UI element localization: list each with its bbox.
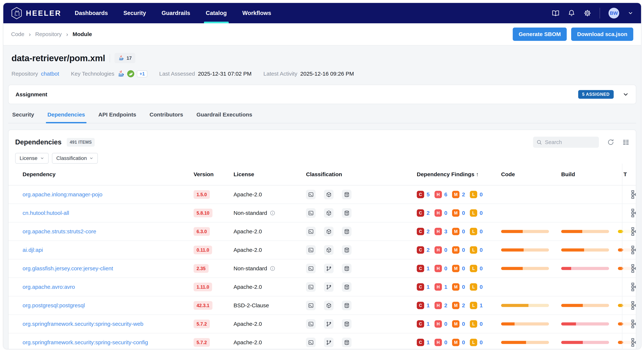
severity-M-count: 2: [462, 191, 465, 198]
more-technologies-chip[interactable]: +1: [137, 70, 147, 77]
dependencies-header: Dependencies 491 ITEMS: [8, 130, 636, 148]
column-classification[interactable]: Classification: [306, 171, 342, 178]
dependency-link[interactable]: org.apache.avro:avro: [22, 284, 75, 290]
severity-M-count: 0: [462, 265, 465, 272]
dependency-link[interactable]: ai.djl:api: [22, 247, 43, 253]
classification-filter[interactable]: Classification: [52, 153, 98, 164]
tab-dependencies[interactable]: Dependencies: [46, 110, 86, 123]
java-icon: [118, 55, 124, 61]
search-box[interactable]: [533, 137, 599, 148]
dependency-link[interactable]: org.glassfish.jersey.core:jersey-client: [22, 265, 113, 272]
terminal-icon: [306, 301, 316, 310]
classification-icons: [306, 245, 352, 255]
severity-L-count: 0: [480, 284, 483, 290]
dependency-tree-button[interactable]: [628, 264, 636, 273]
dependency-findings: C5H6M2L0: [417, 191, 488, 198]
severity-H-count: 2: [444, 302, 448, 308]
generate-sbom-button[interactable]: Generate SBOM: [513, 28, 567, 41]
severity-H-count: 0: [444, 321, 448, 327]
dependency-findings: C1H0M0L0: [417, 265, 488, 272]
severity-L-count: 0: [480, 210, 483, 216]
assignment-expand-chevron-icon[interactable]: [622, 91, 629, 98]
build-findings-bar: [561, 304, 609, 307]
last-assessed-value: 2025-12-31 07:02 PM: [198, 71, 252, 77]
license-info-icon[interactable]: [270, 210, 275, 216]
columns-settings-icon[interactable]: [622, 139, 629, 146]
nav-item-guardrails[interactable]: Guardrails: [160, 3, 191, 23]
code-findings-bar: [501, 248, 549, 252]
license-info-icon[interactable]: [270, 266, 275, 271]
severity-H-count: 0: [444, 247, 448, 253]
download-sca-json-button[interactable]: Download sca.json: [571, 28, 633, 41]
dependency-tree-button[interactable]: [628, 282, 636, 292]
heeler-logo[interactable]: HEELER: [11, 7, 62, 19]
key-technologies-label: Key Technologies: [71, 71, 114, 77]
dependency-tree-button[interactable]: [628, 338, 636, 347]
column-license[interactable]: License: [234, 171, 254, 178]
severity-M-count: 0: [462, 284, 465, 290]
nav-item-dashboards[interactable]: Dashboards: [74, 3, 109, 23]
breadcrumb-module: Module: [72, 31, 92, 37]
dependency-tree-button[interactable]: [628, 301, 636, 310]
docs-book-icon[interactable]: [552, 10, 559, 17]
breadcrumb-code[interactable]: Code: [11, 31, 24, 37]
table-row: org.postgresql:postgresql 42.3.1 BSD-2-C…: [8, 296, 636, 315]
license-label: Non-standard: [234, 210, 267, 216]
dependency-link[interactable]: org.springframework.security:spring-secu…: [22, 321, 144, 327]
sort-ascending-icon: ↑: [476, 171, 479, 177]
tab-contributors[interactable]: Contributors: [148, 110, 185, 123]
refresh-icon[interactable]: [608, 139, 614, 146]
terminal-icon: [306, 245, 316, 255]
severity-H-count: 3: [444, 228, 448, 235]
settings-gear-icon[interactable]: [584, 10, 591, 17]
column-dependency-findings[interactable]: Dependency Findings ↑: [417, 171, 479, 178]
notifications-bell-icon[interactable]: [568, 10, 575, 17]
license-filter[interactable]: License: [15, 153, 49, 164]
severity-L-badge: L: [470, 191, 477, 198]
classification-filter-label: Classification: [56, 155, 87, 161]
license-label: Apache-2.0: [234, 284, 262, 290]
dependency-tree-button[interactable]: [628, 190, 636, 199]
severity-M-count: 0: [462, 247, 465, 253]
dependency-tree-button[interactable]: [628, 319, 636, 329]
dependency-link[interactable]: org.apache.inlong:manager-pojo: [22, 191, 102, 198]
terminal-icon: [306, 338, 316, 347]
repository-link[interactable]: chatbot: [41, 71, 59, 77]
tab-guardrail-executions[interactable]: Guardrail Executions: [195, 110, 254, 123]
dependency-link[interactable]: org.apache.struts:struts2-core: [22, 228, 96, 235]
tab-api-endpoints[interactable]: API Endpoints: [97, 110, 138, 123]
dependency-findings: C1H1M0L0: [417, 283, 488, 291]
severity-L-count: 1: [480, 302, 483, 308]
build-findings-bar: [561, 341, 609, 344]
column-test-truncated[interactable]: T: [624, 171, 627, 178]
column-version[interactable]: Version: [194, 171, 214, 178]
dependency-link[interactable]: org.springframework.security:spring-secu…: [22, 339, 148, 346]
breadcrumb-separator-icon: ›: [66, 31, 68, 38]
terminal-icon: [306, 264, 316, 273]
search-input[interactable]: [544, 139, 588, 146]
user-avatar[interactable]: BW: [608, 8, 619, 18]
build-findings-bar: [561, 267, 609, 270]
dependency-tree-button[interactable]: [628, 245, 636, 255]
breadcrumb-repository[interactable]: Repository: [35, 31, 62, 37]
column-build[interactable]: Build: [561, 171, 575, 178]
column-dependency[interactable]: Dependency: [22, 171, 56, 178]
user-menu-chevron-icon[interactable]: [628, 10, 633, 16]
module-meta-row: Repository chatbot Key Technologies +1 L…: [8, 70, 636, 78]
severity-L-count: 0: [480, 228, 483, 235]
dependency-tree-button[interactable]: [628, 227, 636, 236]
git-branch-icon: [324, 282, 334, 292]
severity-M-badge: M: [452, 265, 460, 272]
table-row: cn.hutool:hutool-all 5.8.10 Non-standard…: [8, 204, 636, 222]
dependency-link[interactable]: org.postgresql:postgresql: [22, 302, 85, 308]
nav-item-security[interactable]: Security: [122, 3, 147, 23]
dependency-link[interactable]: cn.hutool:hutool-all: [22, 210, 69, 216]
dependency-tree-button[interactable]: [628, 208, 636, 218]
severity-C-badge: C: [417, 209, 424, 217]
column-code[interactable]: Code: [501, 171, 515, 178]
severity-M-badge: M: [452, 228, 460, 235]
tab-security[interactable]: Security: [11, 110, 36, 123]
nav-item-catalog[interactable]: Catalog: [205, 3, 228, 23]
terminal-icon: [306, 282, 316, 292]
nav-item-workflows[interactable]: Workflows: [241, 3, 272, 23]
